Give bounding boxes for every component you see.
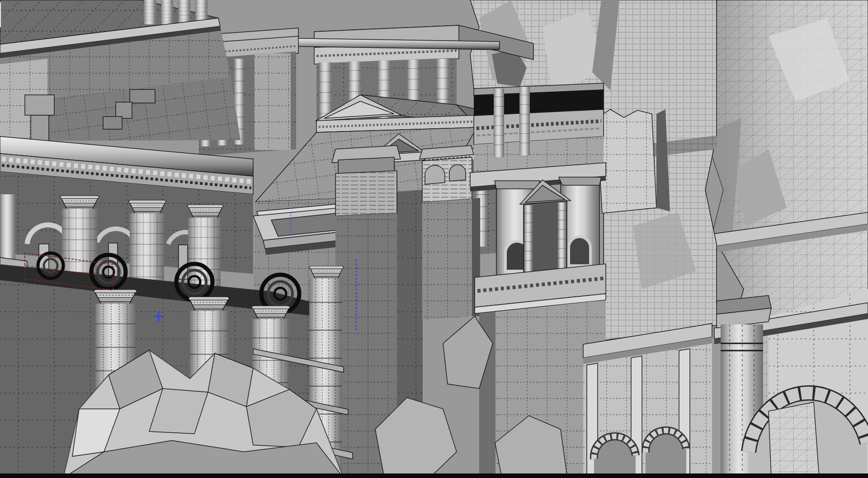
broken-tower-fragment: broken-tower-fragment bbox=[597, 109, 670, 213]
arched-door-building: arched-door-building bbox=[583, 323, 712, 478]
stone-arch: stone-arch bbox=[749, 393, 867, 478]
3d-viewport[interactable]: sky right-cliff broken-column-stump ston… bbox=[0, 0, 868, 478]
viewport-canvas[interactable]: sky right-cliff broken-column-stump ston… bbox=[0, 0, 868, 478]
left-building: left-building rooftop-columns bbox=[0, 0, 241, 142]
